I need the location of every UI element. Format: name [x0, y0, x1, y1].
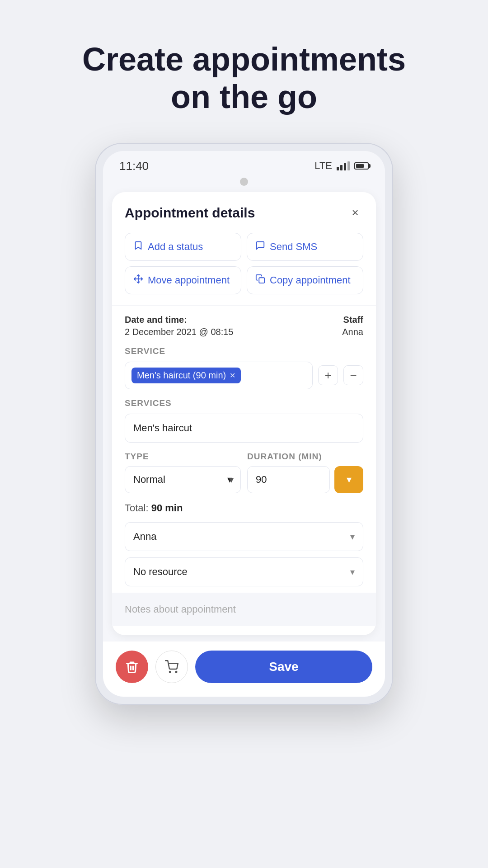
duration-dropdown-button[interactable]: ▾ — [334, 466, 363, 493]
delete-button[interactable] — [116, 651, 148, 683]
svg-point-3 — [169, 671, 171, 673]
remove-service-button[interactable]: − — [343, 365, 363, 385]
service-tag-label: Men's haircut (90 min) — [137, 370, 226, 381]
divider — [112, 305, 376, 306]
signal-icon — [337, 161, 350, 170]
resource-dropdown[interactable]: No resource ▾ — [125, 557, 363, 586]
service-tag-row: Men's haircut (90 min) ✕ + − — [125, 362, 363, 389]
cart-icon — [165, 660, 178, 674]
carrier-label: LTE — [314, 160, 332, 172]
bookmark-icon — [133, 241, 143, 253]
save-button[interactable]: Save — [195, 651, 372, 683]
svg-rect-2 — [259, 278, 264, 283]
staff-dropdown-value: Anna — [133, 531, 156, 542]
notes-section[interactable]: Notes about appointment — [112, 593, 376, 626]
chevron-down-icon: ▾ — [347, 474, 352, 486]
move-appointment-button[interactable]: Move appointment — [125, 266, 241, 294]
phone-screen: 11:40 LTE Appointment details — [103, 151, 385, 697]
status-bar: 11:40 LTE — [103, 151, 385, 178]
modal-header: Appointment details × — [125, 205, 363, 221]
resource-dropdown-value: No resource — [133, 566, 188, 578]
svg-point-4 — [176, 671, 177, 673]
send-sms-label: Send SMS — [270, 241, 317, 253]
trash-icon — [125, 660, 139, 674]
page-title: Create appointments on the go — [46, 41, 442, 116]
remove-tag-button[interactable]: ✕ — [230, 371, 235, 380]
duration-input[interactable]: 90 — [247, 466, 330, 493]
type-chevron-icon: ▾ — [227, 474, 232, 486]
add-status-label: Add a status — [148, 241, 203, 253]
service-section-label: SERVICE — [125, 346, 363, 356]
staff-label: Staff — [342, 315, 363, 325]
chat-icon — [255, 241, 265, 253]
status-right: LTE — [314, 160, 369, 172]
cart-button[interactable] — [155, 651, 188, 683]
phone-frame: 11:40 LTE Appointment details — [95, 143, 393, 705]
type-field-group: TYPE Normal ▾ — [125, 452, 241, 493]
copy-icon — [255, 274, 265, 287]
service-tags-box[interactable]: Men's haircut (90 min) ✕ — [125, 362, 313, 389]
modal-title: Appointment details — [125, 205, 255, 221]
services-input[interactable]: Men's haircut — [125, 414, 363, 443]
type-label: TYPE — [125, 452, 241, 462]
total-value: 90 min — [151, 502, 183, 514]
type-value: Normal — [133, 474, 165, 486]
battery-icon — [354, 162, 369, 170]
add-status-button[interactable]: Add a status — [125, 233, 241, 261]
move-appointment-label: Move appointment — [148, 274, 230, 286]
duration-row: 90 ▾ — [247, 466, 363, 493]
staff-info: Staff Anna — [342, 315, 363, 337]
appointment-details-modal: Appointment details × Add a status — [112, 192, 376, 635]
services-section-label: SERVICES — [125, 398, 363, 408]
date-info: Date and time: 2 December 2021 @ 08:15 — [125, 315, 233, 337]
total-label: Total: — [125, 502, 149, 514]
type-select-wrapper: Normal ▾ — [125, 466, 241, 493]
total-row: Total: 90 min — [125, 502, 363, 514]
staff-value: Anna — [342, 327, 363, 337]
date-staff-row: Date and time: 2 December 2021 @ 08:15 S… — [125, 315, 363, 337]
close-button[interactable]: × — [347, 205, 363, 221]
notes-placeholder: Notes about appointment — [125, 604, 236, 615]
duration-label: DURATION (MIN) — [247, 452, 363, 462]
resource-chevron-icon: ▾ — [350, 566, 355, 577]
date-label: Date and time: — [125, 315, 233, 325]
camera-notch — [240, 178, 248, 186]
action-buttons-grid: Add a status Send SMS Move appointment — [125, 233, 363, 294]
staff-chevron-icon: ▾ — [350, 531, 355, 542]
duration-field-group: DURATION (MIN) 90 ▾ — [247, 452, 363, 493]
save-label: Save — [269, 660, 298, 674]
type-select[interactable]: Normal ▾ — [125, 466, 241, 493]
type-duration-row: TYPE Normal ▾ DURATION (MIN) 90 ▾ — [125, 452, 363, 493]
copy-appointment-label: Copy appointment — [270, 274, 351, 286]
send-sms-button[interactable]: Send SMS — [247, 233, 363, 261]
service-tag: Men's haircut (90 min) ✕ — [131, 368, 241, 383]
copy-appointment-button[interactable]: Copy appointment — [247, 266, 363, 294]
bottom-bar: Save — [103, 642, 385, 697]
date-value: 2 December 2021 @ 08:15 — [125, 327, 233, 337]
add-service-button[interactable]: + — [318, 365, 338, 385]
staff-dropdown[interactable]: Anna ▾ — [125, 522, 363, 551]
move-icon — [133, 274, 143, 287]
status-time: 11:40 — [119, 159, 149, 173]
